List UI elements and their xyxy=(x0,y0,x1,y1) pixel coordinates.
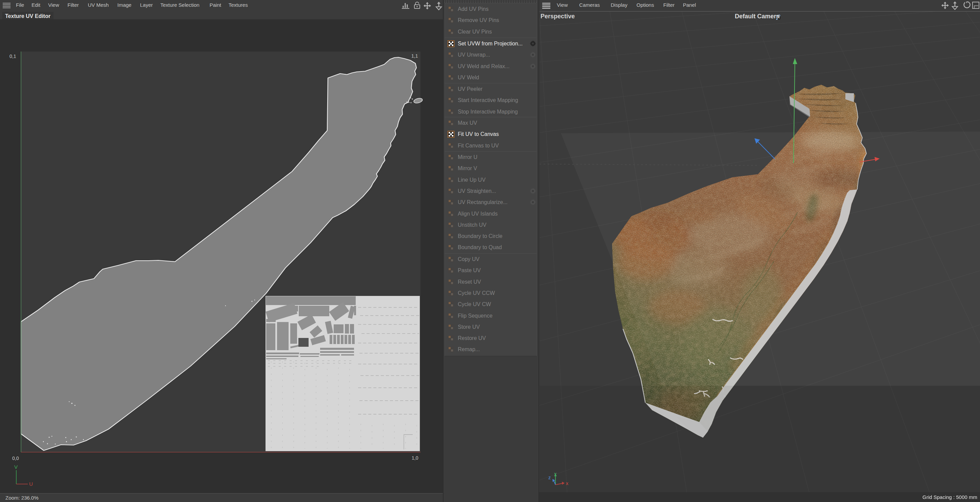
svg-text:Y: Y xyxy=(554,472,557,476)
svg-text:0,0: 0,0 xyxy=(12,456,19,461)
svg-text:1,0: 1,0 xyxy=(412,455,418,461)
svg-text:0,1: 0,1 xyxy=(10,54,16,59)
svg-text:Z: Z xyxy=(548,476,551,480)
svg-text:1,1: 1,1 xyxy=(411,53,418,59)
svg-text:U: U xyxy=(29,481,33,487)
svg-text:V: V xyxy=(14,464,18,470)
svg-text:X: X xyxy=(566,482,569,486)
